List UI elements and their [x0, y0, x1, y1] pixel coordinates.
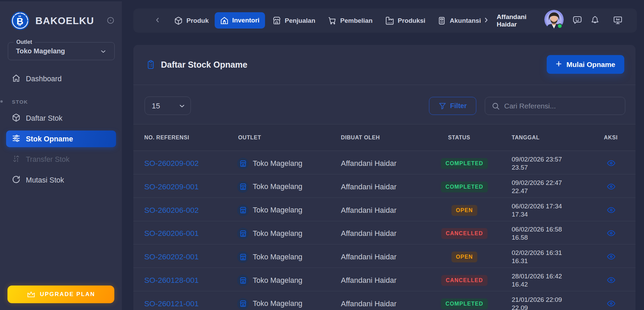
- svg-text:B: B: [16, 16, 23, 27]
